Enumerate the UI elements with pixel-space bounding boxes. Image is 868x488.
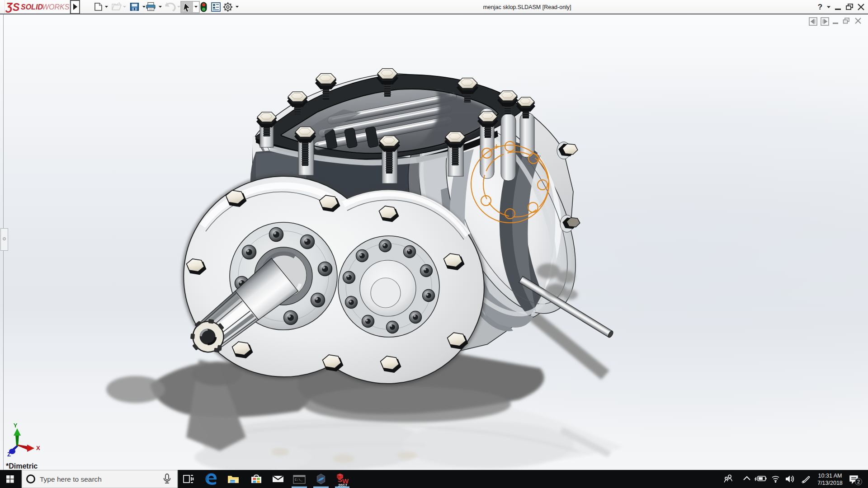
svg-text:10:31 AM: 10:31 AM bbox=[818, 473, 842, 479]
svg-text:Y: Y bbox=[14, 422, 18, 429]
svg-text:S: S bbox=[13, 1, 20, 13]
svg-text:2: 2 bbox=[857, 479, 860, 484]
svg-text:X: X bbox=[36, 445, 40, 451]
svg-text:7/13/2018: 7/13/2018 bbox=[817, 480, 843, 486]
svg-text:S: S bbox=[338, 476, 342, 483]
svg-text:WORKS: WORKS bbox=[42, 3, 70, 11]
svg-text:SOLID: SOLID bbox=[21, 3, 43, 11]
svg-text:Z: Z bbox=[7, 451, 11, 458]
svg-text:Type here to search: Type here to search bbox=[40, 475, 102, 483]
svg-text:menjac sklop.SLDASM [Read-only: menjac sklop.SLDASM [Read-only] bbox=[483, 4, 571, 10]
svg-text:?: ? bbox=[818, 3, 822, 11]
svg-text:C:\_: C:\_ bbox=[295, 478, 303, 482]
svg-text:Ʒ: Ʒ bbox=[5, 0, 13, 13]
